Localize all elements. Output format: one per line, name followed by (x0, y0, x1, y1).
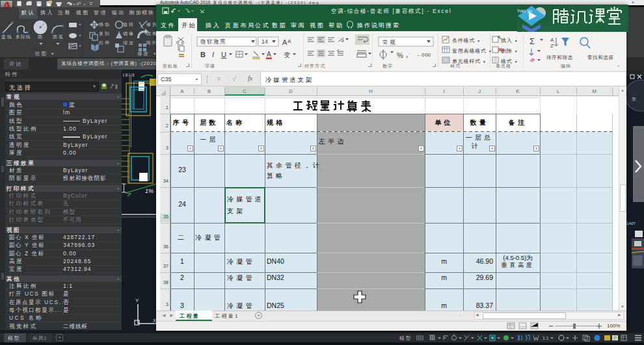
svg-text:B: B (200, 51, 206, 58)
svg-text:A: A (267, 51, 271, 58)
svg-text:I: I (212, 51, 214, 58)
svg-text:[-][□□][: [-][□□][ (123, 73, 135, 77)
svg-text:1:1: 1:1 (543, 336, 549, 340)
svg-text:东: 东 (632, 97, 636, 101)
svg-text:A: A (288, 38, 291, 44)
svg-text:,: , (406, 50, 408, 59)
svg-text:%: % (397, 51, 403, 59)
svg-text:Σ: Σ (530, 36, 535, 46)
svg-text:Y: Y (135, 298, 139, 303)
svg-text:zhao yu: zhao yu (517, 8, 532, 14)
svg-text:变: 变 (284, 51, 291, 58)
svg-text:-3140T: -3140T (626, 222, 636, 225)
svg-text:00: 00 (425, 52, 431, 58)
svg-text:1%: 1% (145, 188, 154, 194)
svg-text:←0: ←0 (416, 52, 425, 58)
svg-text:A: A (550, 37, 554, 43)
svg-text:A: A (282, 38, 288, 46)
svg-text:Z: Z (550, 43, 554, 49)
svg-text:U: U (221, 51, 226, 58)
